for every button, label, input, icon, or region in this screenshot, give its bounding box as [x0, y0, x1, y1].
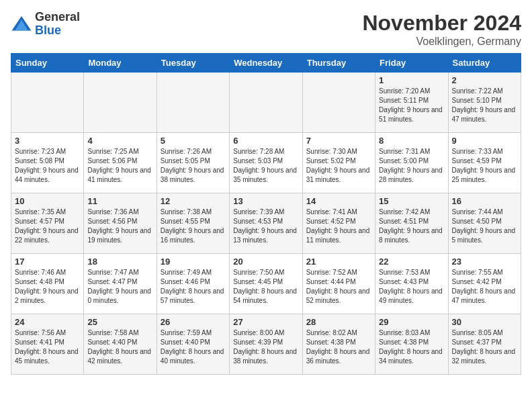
day-info: Sunrise: 7:52 AMSunset: 4:44 PMDaylight:…: [306, 268, 371, 306]
sunset-text: Sunset: 5:00 PM: [379, 157, 429, 165]
day-number: 22: [379, 257, 444, 267]
day-number: 30: [452, 317, 517, 327]
calendar-cell: 27Sunrise: 8:00 AMSunset: 4:39 PMDayligh…: [230, 314, 302, 375]
day-info: Sunrise: 7:23 AMSunset: 5:08 PMDaylight:…: [15, 147, 80, 185]
month-title: November 2024: [362, 11, 521, 36]
calendar-cell: 10Sunrise: 7:35 AMSunset: 4:57 PMDayligh…: [11, 193, 84, 254]
calendar-cell: 29Sunrise: 8:03 AMSunset: 4:38 PMDayligh…: [375, 314, 448, 375]
sunset-text: Sunset: 4:44 PM: [306, 278, 356, 285]
day-info: Sunrise: 7:55 AMSunset: 4:42 PMDaylight:…: [452, 268, 517, 306]
daylight-text: Daylight: 8 hours and 42 minutes.: [87, 348, 151, 365]
day-info: Sunrise: 7:20 AMSunset: 5:11 PMDaylight:…: [379, 87, 444, 124]
calendar-cell: 22Sunrise: 7:53 AMSunset: 4:43 PMDayligh…: [375, 254, 448, 314]
calendar-cell: 28Sunrise: 8:02 AMSunset: 4:38 PMDayligh…: [302, 314, 375, 375]
sunset-text: Sunset: 4:46 PM: [161, 278, 210, 285]
calendar-cell: 21Sunrise: 7:52 AMSunset: 4:44 PMDayligh…: [302, 254, 375, 314]
daylight-text: Daylight: 9 hours and 13 minutes.: [233, 227, 297, 244]
sunrise-text: Sunrise: 7:30 AM: [306, 148, 357, 155]
day-info: Sunrise: 7:26 AMSunset: 5:05 PMDaylight:…: [161, 147, 226, 185]
sunset-text: Sunset: 4:47 PM: [87, 278, 137, 285]
calendar-row-3: 17Sunrise: 7:46 AMSunset: 4:48 PMDayligh…: [11, 254, 521, 314]
sunrise-text: Sunrise: 7:25 AM: [87, 148, 138, 155]
calendar-cell: 30Sunrise: 8:05 AMSunset: 4:37 PMDayligh…: [448, 314, 521, 375]
calendar-cell: 17Sunrise: 7:46 AMSunset: 4:48 PMDayligh…: [11, 254, 84, 314]
logo-blue-text: Blue: [35, 24, 80, 38]
daylight-text: Daylight: 8 hours and 49 minutes.: [379, 287, 443, 304]
logo-general-text: General: [35, 11, 80, 24]
sunset-text: Sunset: 5:03 PM: [233, 157, 283, 165]
sunrise-text: Sunrise: 7:36 AM: [87, 208, 138, 216]
day-number: 2: [452, 75, 517, 85]
day-number: 12: [161, 196, 226, 206]
daylight-text: Daylight: 9 hours and 8 minutes.: [379, 227, 443, 244]
sunset-text: Sunset: 4:38 PM: [379, 338, 429, 346]
sunset-text: Sunset: 4:39 PM: [233, 338, 283, 346]
sunset-text: Sunset: 4:53 PM: [233, 218, 283, 225]
sunrise-text: Sunrise: 7:39 AM: [233, 208, 284, 216]
daylight-text: Daylight: 9 hours and 35 minutes.: [233, 167, 297, 183]
calendar-row-4: 24Sunrise: 7:56 AMSunset: 4:41 PMDayligh…: [11, 314, 521, 375]
calendar-cell: 19Sunrise: 7:49 AMSunset: 4:46 PMDayligh…: [157, 254, 229, 314]
calendar-cell: [11, 73, 84, 133]
daylight-text: Daylight: 9 hours and 51 minutes.: [379, 106, 443, 123]
sunrise-text: Sunrise: 7:42 AM: [379, 208, 430, 216]
calendar-cell: 7Sunrise: 7:30 AMSunset: 5:02 PMDaylight…: [302, 133, 375, 193]
calendar-cell: 13Sunrise: 7:39 AMSunset: 4:53 PMDayligh…: [230, 193, 302, 254]
day-number: 11: [87, 196, 152, 206]
day-number: 14: [306, 196, 371, 206]
sunrise-text: Sunrise: 8:02 AM: [306, 329, 357, 336]
daylight-text: Daylight: 9 hours and 25 minutes.: [452, 167, 516, 183]
day-info: Sunrise: 7:42 AMSunset: 4:51 PMDaylight:…: [379, 208, 444, 245]
day-number: 13: [233, 196, 298, 206]
sunset-text: Sunset: 4:38 PM: [306, 338, 356, 346]
day-number: 10: [15, 196, 80, 206]
calendar-cell: 16Sunrise: 7:44 AMSunset: 4:50 PMDayligh…: [448, 193, 521, 254]
calendar-row-2: 10Sunrise: 7:35 AMSunset: 4:57 PMDayligh…: [11, 193, 521, 254]
day-number: 15: [379, 196, 444, 206]
calendar-row-0: 1Sunrise: 7:20 AMSunset: 5:11 PMDaylight…: [11, 73, 521, 133]
sunset-text: Sunset: 4:55 PM: [161, 218, 210, 225]
calendar-cell: 26Sunrise: 7:59 AMSunset: 4:40 PMDayligh…: [157, 314, 229, 375]
day-number: 20: [233, 257, 298, 267]
daylight-text: Daylight: 9 hours and 41 minutes.: [87, 167, 151, 183]
day-info: Sunrise: 7:46 AMSunset: 4:48 PMDaylight:…: [15, 268, 80, 306]
day-number: 23: [452, 257, 517, 267]
calendar-cell: 2Sunrise: 7:22 AMSunset: 5:10 PMDaylight…: [448, 73, 521, 133]
daylight-text: Daylight: 8 hours and 57 minutes.: [161, 287, 224, 304]
daylight-text: Daylight: 9 hours and 5 minutes.: [452, 227, 516, 244]
sunset-text: Sunset: 4:59 PM: [452, 157, 502, 165]
sunset-text: Sunset: 5:08 PM: [15, 157, 64, 165]
sunrise-text: Sunrise: 8:03 AM: [379, 329, 430, 336]
header: General Blue November 2024 Voelklingen, …: [11, 11, 521, 48]
sunrise-text: Sunrise: 7:33 AM: [452, 148, 503, 155]
day-info: Sunrise: 8:05 AMSunset: 4:37 PMDaylight:…: [452, 328, 517, 366]
day-info: Sunrise: 7:30 AMSunset: 5:02 PMDaylight:…: [306, 147, 371, 185]
day-number: 5: [161, 136, 226, 146]
location-title: Voelklingen, Germany: [362, 36, 521, 48]
sunset-text: Sunset: 4:51 PM: [379, 218, 429, 225]
sunrise-text: Sunrise: 7:53 AM: [379, 269, 430, 276]
day-number: 29: [379, 317, 444, 327]
calendar-cell: 23Sunrise: 7:55 AMSunset: 4:42 PMDayligh…: [448, 254, 521, 314]
daylight-text: Daylight: 8 hours and 34 minutes.: [379, 348, 443, 365]
sunset-text: Sunset: 4:40 PM: [87, 338, 137, 346]
sunset-text: Sunset: 4:45 PM: [233, 278, 283, 285]
logo-text: General Blue: [35, 11, 80, 38]
day-number: 9: [452, 136, 517, 146]
sunrise-text: Sunrise: 7:47 AM: [87, 269, 138, 276]
calendar-row-1: 3Sunrise: 7:23 AMSunset: 5:08 PMDaylight…: [11, 133, 521, 193]
calendar-cell: [157, 73, 229, 133]
day-number: 25: [87, 317, 152, 327]
title-area: November 2024 Voelklingen, Germany: [362, 11, 521, 48]
sunrise-text: Sunrise: 7:58 AM: [87, 329, 138, 336]
day-number: 8: [379, 136, 444, 146]
header-saturday: Saturday: [448, 54, 521, 73]
day-info: Sunrise: 7:35 AMSunset: 4:57 PMDaylight:…: [15, 208, 80, 245]
sunrise-text: Sunrise: 7:23 AM: [15, 148, 66, 155]
daylight-text: Daylight: 9 hours and 2 minutes.: [15, 287, 79, 304]
daylight-text: Daylight: 9 hours and 19 minutes.: [87, 227, 151, 244]
daylight-text: Daylight: 9 hours and 22 minutes.: [15, 227, 79, 244]
calendar-cell: 5Sunrise: 7:26 AMSunset: 5:05 PMDaylight…: [157, 133, 229, 193]
day-info: Sunrise: 7:28 AMSunset: 5:03 PMDaylight:…: [233, 147, 298, 185]
sunset-text: Sunset: 5:02 PM: [306, 157, 356, 165]
